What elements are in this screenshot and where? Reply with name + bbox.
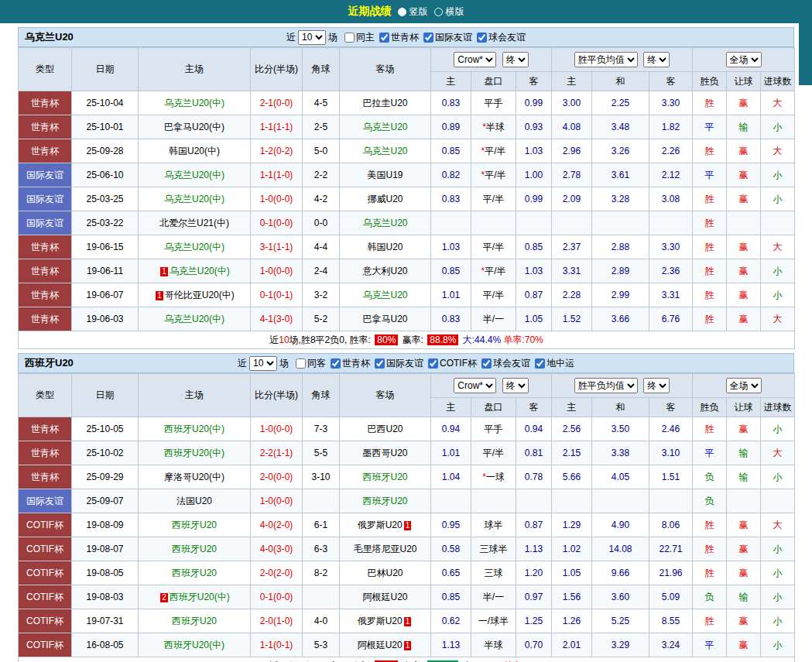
cell-avg-1: 4.05: [592, 465, 649, 489]
cell-corner: [303, 489, 340, 513]
cell-avg-2: 5.09: [649, 585, 693, 609]
filter-checkbox-0[interactable]: [344, 33, 355, 43]
filter-option[interactable]: 球会友谊: [481, 357, 530, 370]
card-badge: 1: [156, 291, 163, 300]
filter-option[interactable]: 同主: [344, 31, 375, 44]
filter-option[interactable]: COTIF杯: [428, 357, 477, 370]
avg-type-select[interactable]: 胜平负均值: [574, 52, 638, 67]
filter-checkbox-0[interactable]: [296, 358, 306, 369]
sub-avg-lose: 客: [649, 398, 693, 417]
filter-option-label: 同主: [356, 31, 375, 44]
cell-odds-away: 1.20: [516, 561, 552, 585]
filter-option[interactable]: 国际友谊: [375, 357, 423, 370]
scrollbar-thumb[interactable]: [799, 23, 812, 85]
scope-select[interactable]: 全场: [726, 52, 762, 67]
layout-option-horizontal[interactable]: 横版: [434, 5, 464, 19]
cell-competition: COTIF杯: [19, 513, 72, 537]
cell-corner: 0-0: [303, 211, 340, 235]
cell-odds-home: 0.62: [431, 609, 471, 633]
col-score: 比分(半场): [251, 48, 303, 91]
scope-select[interactable]: 全场: [726, 378, 762, 393]
odds-company-select[interactable]: Crow*: [454, 378, 496, 393]
cell-avg-2: 3.24: [649, 633, 693, 657]
games-count-select[interactable]: 10: [298, 30, 326, 45]
games-count-select[interactable]: 10: [249, 356, 277, 371]
cell-avg-0: 3.00: [552, 91, 592, 115]
cell-odds-away: 0.81: [516, 441, 552, 465]
filter-option[interactable]: 同客: [296, 357, 326, 370]
layout-option-vertical[interactable]: 竖版: [398, 5, 428, 19]
sub-handicap: 盘口: [471, 72, 516, 91]
cell-date: 19-08-05: [72, 561, 139, 585]
filter-option-label: 同客: [307, 357, 326, 370]
filter-option[interactable]: 地中运: [535, 357, 574, 370]
cell-handicap: 半/一: [471, 585, 516, 609]
cell-competition: 世青杯: [19, 259, 72, 283]
filter-option[interactable]: 世青杯: [331, 357, 370, 370]
cell-date: 25-03-22: [72, 211, 139, 235]
filter-checkbox-5[interactable]: [535, 358, 545, 369]
card-badge: 1: [160, 267, 168, 276]
filter-bar: 近 10 场 同主世青杯国际友谊球会友谊: [286, 30, 526, 45]
cell-competition: COTIF杯: [19, 585, 72, 609]
filter-checkbox-3[interactable]: [428, 358, 438, 369]
col-home: 主场: [139, 48, 251, 91]
cell-odds-home: 0.83: [431, 307, 471, 331]
filter-checkbox-2[interactable]: [423, 33, 433, 43]
cell-handicap: 平手: [471, 91, 516, 115]
filter-option[interactable]: 世青杯: [379, 31, 419, 44]
match-row: 国际友谊25-06-10乌克兰U20(中)1-1(1-0)2-2美国U190.8…: [19, 163, 795, 187]
cell-score: 2-0(0-0): [251, 465, 303, 489]
filter-checkbox-2[interactable]: [375, 358, 385, 369]
rows-body: 世青杯25-10-05西班牙U20(中)1-0(0-0)7-3巴西U200.94…: [19, 417, 795, 657]
filter-option[interactable]: 国际友谊: [423, 31, 472, 44]
cell-date: 25-10-05: [72, 417, 139, 441]
cell-competition: 世青杯: [19, 91, 72, 115]
cell-home-team: 西班牙U20: [139, 609, 251, 633]
cell-avg-1: 3.29: [592, 633, 649, 657]
cell-avg-0: 2.28: [552, 283, 592, 307]
games-suffix-label: 场: [328, 31, 337, 44]
cell-handicap: [471, 489, 516, 513]
filter-checkbox-1[interactable]: [331, 358, 341, 369]
cell-corner: 3-10: [303, 465, 340, 489]
avg-type-select[interactable]: 胜平负均值: [574, 378, 638, 393]
cell-odds-home: 0.95: [431, 513, 471, 537]
cell-handicap-result: 赢: [727, 513, 761, 537]
odds-time-select[interactable]: 终: [502, 52, 529, 67]
filter-checkbox-3[interactable]: [477, 33, 487, 43]
filter-checkbox-1[interactable]: [379, 33, 389, 43]
cell-score: 1-1(1-0): [251, 163, 303, 187]
team-name-text: 乌克兰U20: [362, 122, 407, 132]
cell-odds-away: 0.78: [516, 465, 552, 489]
filter-option[interactable]: 球会友谊: [477, 31, 526, 44]
cell-handicap-result: 输: [727, 585, 761, 609]
cell-score: 0-1(0-0): [251, 211, 303, 235]
cell-handicap: 一/球半: [471, 609, 516, 633]
avg-time-select[interactable]: 终: [643, 378, 670, 393]
cell-odds-away: 1.25: [516, 609, 552, 633]
team-name-text: 乌克兰U20(中): [164, 98, 224, 108]
cell-corner: 8-2: [303, 561, 340, 585]
cell-odds-away: [516, 211, 552, 235]
odds-company-select[interactable]: Crow*: [454, 52, 496, 67]
cell-corner: 5-3: [303, 633, 340, 657]
avg-time-select[interactable]: 终: [643, 52, 670, 67]
sub-handicap-result: 让球: [727, 398, 761, 417]
cell-handicap-result: 赢: [727, 163, 761, 187]
avg-group-header: 胜平负均值 终: [552, 48, 693, 72]
team-name-text: 西班牙U20: [172, 520, 217, 530]
sub-avg-win: 主: [552, 72, 592, 91]
match-row: COTIF杯19-07-31西班牙U202-0(1-0)4-0俄罗斯U2010.…: [19, 609, 795, 633]
match-row: COTIF杯19-08-07西班牙U204-0(3-0)6-3毛里塔尼亚U200…: [19, 537, 795, 561]
match-row: 国际友谊25-03-22北爱尔兰U21(中)0-1(0-0)0-0乌克兰U20胜: [19, 211, 795, 235]
team-name-text: 挪威U20: [367, 194, 403, 204]
cell-date: 25-06-10: [72, 163, 139, 187]
odds-time-select[interactable]: 终: [502, 378, 529, 393]
filter-checkbox-4[interactable]: [481, 358, 492, 369]
filter-option-label: 世青杯: [391, 31, 419, 44]
header-controls-row: 类型 日期 主场 比分(半场) 角球 客场 Crow* 终 胜平负均值 终: [19, 374, 795, 398]
team-name-text: 摩洛哥U20(中): [164, 472, 224, 482]
cell-handicap: 平/半: [471, 235, 516, 259]
cell-competition: 世青杯: [19, 283, 72, 307]
